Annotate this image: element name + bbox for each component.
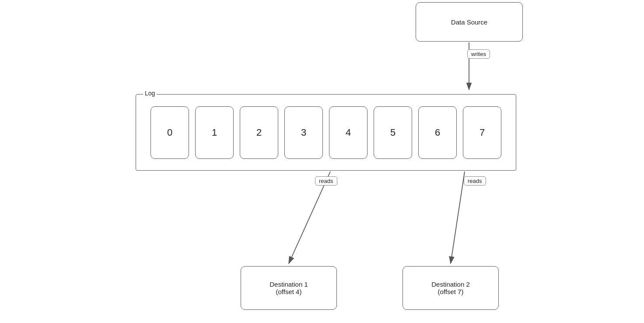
diagram-container: Data Source writes Log 0 1 2 3 4 5 6 7 r… <box>0 0 644 323</box>
destination2-line1: Destination 2 <box>431 281 470 288</box>
log-cell-4: 4 <box>329 106 368 159</box>
log-cell-0: 0 <box>150 106 189 159</box>
writes-label-bubble: writes <box>467 49 490 59</box>
log-cell-6: 6 <box>418 106 457 159</box>
writes-label-text: writes <box>471 51 486 57</box>
reads2-label-bubble: reads <box>464 176 486 186</box>
log-label: Log <box>143 90 157 97</box>
log-cells: 0 1 2 3 4 5 6 7 <box>136 95 516 170</box>
log-cell-2: 2 <box>240 106 278 159</box>
data-source-label: Data Source <box>451 18 487 26</box>
destination2-text: Destination 2 (offset 7) <box>431 281 470 295</box>
reads2-label-text: reads <box>468 178 482 184</box>
destination1-box: Destination 1 (offset 4) <box>241 266 337 310</box>
destination2-line2: (offset 7) <box>431 288 470 295</box>
destination1-text: Destination 1 (offset 4) <box>270 281 308 295</box>
destination2-box: Destination 2 (offset 7) <box>402 266 499 310</box>
reads1-label-bubble: reads <box>315 176 337 186</box>
destination1-line2: (offset 4) <box>270 288 308 295</box>
reads2-arrow <box>451 172 465 263</box>
log-cell-5: 5 <box>374 106 412 159</box>
log-cell-7: 7 <box>463 106 501 159</box>
destination1-line1: Destination 1 <box>270 281 308 288</box>
log-container: Log 0 1 2 3 4 5 6 7 <box>136 94 516 171</box>
log-cell-1: 1 <box>195 106 234 159</box>
reads1-label-text: reads <box>319 178 333 184</box>
data-source-box: Data Source <box>416 2 523 42</box>
log-cell-3: 3 <box>284 106 323 159</box>
